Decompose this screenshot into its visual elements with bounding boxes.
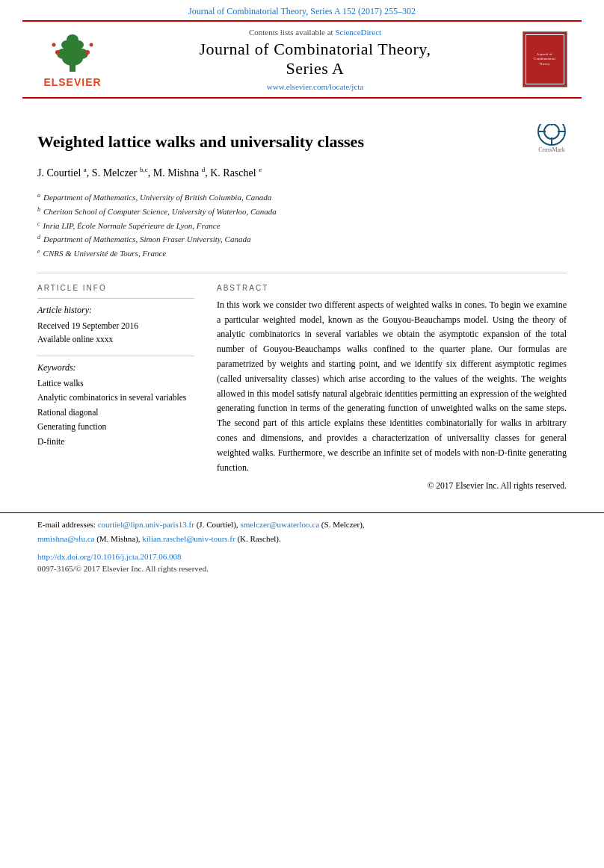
affiliation-c: cInria LIP, École Normale Supérieure de … <box>37 219 567 233</box>
keyword-2: Analytic combinatorics in several variab… <box>37 391 194 406</box>
affiliation-d: dDepartment of Mathematics, Simon Fraser… <box>37 232 567 247</box>
email-raschel[interactable]: kilian.raschel@univ-tours.fr <box>142 534 235 543</box>
author-courtiel: J. Courtiel <box>199 520 233 529</box>
svg-point-10 <box>52 43 56 47</box>
affiliation-e: eCNRS & Université de Tours, France <box>37 247 567 261</box>
keywords-section: Keywords: Lattice walks Analytic combina… <box>37 356 194 450</box>
svg-point-7 <box>67 34 78 45</box>
crossmark-label: CrossMark <box>538 146 565 153</box>
abstract-text: In this work we consider two different a… <box>217 298 567 476</box>
contents-available-line: Contents lists available at ScienceDirec… <box>126 28 505 37</box>
article-info-column: ARTICLE INFO Article history: Received 1… <box>37 284 194 491</box>
main-content: CrossMark Weighted lattice walks and uni… <box>0 99 604 491</box>
sciencedirect-link[interactable]: ScienceDirect <box>335 28 381 37</box>
elsevier-tree-icon <box>43 30 102 75</box>
journal-full-title: Journal of Combinatorial Theory, Series … <box>126 40 505 79</box>
footer: E-mail addresses: courtiel@lipn.univ-par… <box>0 512 604 572</box>
elsevier-wordmark: ELSEVIER <box>43 76 101 88</box>
affiliation-b: bCheriton School of Computer Science, Un… <box>37 205 567 219</box>
journal-header: ELSEVIER Contents lists available at Sci… <box>22 20 582 99</box>
svg-point-13 <box>544 124 559 139</box>
email-courtiel[interactable]: courtiel@lipn.univ-paris13.fr <box>98 520 194 529</box>
svg-point-9 <box>85 50 90 55</box>
emails-label: E-mail addresses: <box>37 520 96 529</box>
author-mishna: M. Mishna <box>99 534 135 543</box>
journal-url: www.elsevier.com/locate/jcta <box>126 82 505 91</box>
abstract-column: ABSTRACT In this work we consider two di… <box>217 284 567 491</box>
crossmark-badge: CrossMark <box>537 124 567 153</box>
abstract-copyright: © 2017 Elsevier Inc. All rights reserved… <box>217 481 567 490</box>
doi-link-line: http://dx.doi.org/10.1016/j.jcta.2017.06… <box>37 552 567 561</box>
article-info-label: ARTICLE INFO <box>37 284 194 292</box>
paper-title: Weighted lattice walks and universality … <box>37 131 567 153</box>
available-date: Available online xxxx <box>37 332 194 346</box>
email-mishna[interactable]: mmishna@sfu.ca <box>37 534 94 543</box>
received-date: Received 19 September 2016 <box>37 319 194 332</box>
keyword-4: Generating function <box>37 420 194 435</box>
abstract-label: ABSTRACT <box>217 284 567 292</box>
footer-copyright: 0097-3165/© 2017 Elsevier Inc. All right… <box>37 564 567 573</box>
elsevier-logo: ELSEVIER <box>31 30 114 88</box>
doi-link[interactable]: http://dx.doi.org/10.1016/j.jcta.2017.06… <box>37 552 182 561</box>
svg-point-8 <box>55 50 60 55</box>
article-history: Article history: Received 19 September 2… <box>37 298 194 347</box>
email-addresses: E-mail addresses: courtiel@lipn.univ-par… <box>37 518 567 545</box>
section-divider <box>37 273 567 273</box>
keywords-label: Keywords: <box>37 362 194 373</box>
keyword-3: Rational diagonal <box>37 406 194 421</box>
keyword-5: D-finite <box>37 435 194 450</box>
affiliations-block: aDepartment of Mathematics, University o… <box>37 190 567 260</box>
affiliation-a: aDepartment of Mathematics, University o… <box>37 190 567 205</box>
history-label: Article history: <box>37 305 194 316</box>
svg-point-11 <box>90 43 93 47</box>
crossmark-icon <box>537 124 567 146</box>
author-raschel: K. Raschel <box>240 534 276 543</box>
authors-line: J. Courtiel a, S. Melczer b,c, M. Mishna… <box>37 164 567 182</box>
email-melczer[interactable]: smelczer@uwaterloo.ca <box>240 520 319 529</box>
keyword-1: Lattice walks <box>37 376 194 391</box>
journal-cover-image: Journal of Combinatorial Theory <box>517 31 573 87</box>
author-melczer: S. Melczer <box>324 520 360 529</box>
article-body: ARTICLE INFO Article history: Received 1… <box>37 284 567 491</box>
journal-reference: Journal of Combinatorial Theory, Series … <box>0 0 604 20</box>
journal-title-block: Contents lists available at ScienceDirec… <box>126 28 505 91</box>
